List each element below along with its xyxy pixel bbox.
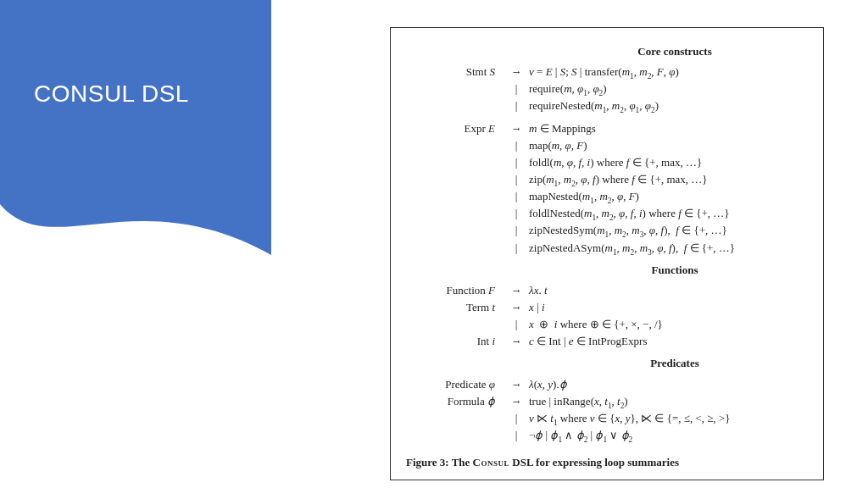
expr-row-2: foldl(m, φ, f, i) where f ∈ {+, max, …} [529, 154, 808, 171]
term-row-0: x | i [529, 299, 808, 316]
wave-bottom [0, 204, 271, 272]
pipe-icon: | [504, 427, 529, 444]
predicate-rhs: λ(x, y).ϕ [529, 376, 808, 393]
pipe-icon: | [504, 316, 529, 333]
arrow-icon: → [504, 282, 529, 299]
formula-row-2: ¬ϕ | ϕ1 ∧ ϕ2 | ϕ1 ∨ ϕ2 [529, 427, 808, 444]
pipe-icon: | [504, 205, 529, 222]
grammar-stmt: Stmt S → v = E | S; S | transfer(m1, m2,… [406, 64, 808, 114]
pipe-icon: | [504, 80, 529, 97]
grammar-function: Function F → λx. t Term t → x | i | x ⊕ … [406, 282, 808, 351]
predicate-lhs: Predicate φ [445, 378, 495, 391]
pipe-icon: | [504, 171, 529, 188]
sidebar-shape [0, 0, 271, 271]
expr-row-7: zipNestedASym(m1, m2, m3, φ, f), f ∈ {+,… [529, 240, 808, 257]
section-predicates: Predicates [542, 355, 808, 372]
grammar-expr: Expr E → m ∈ Mappings | map(m, φ, F) | f… [406, 120, 808, 257]
function-lhs: Function F [447, 284, 495, 297]
arrow-icon: → [504, 333, 529, 350]
term-lhs: Term t [466, 301, 495, 313]
expr-row-4: mapNested(m1, m2, φ, F) [529, 188, 808, 205]
expr-row-0: m ∈ Mappings [529, 120, 808, 137]
pipe-icon: | [504, 97, 529, 114]
section-functions: Functions [542, 262, 808, 279]
stmt-row-2: requireNested(m1, m2, φ1, φ2) [529, 97, 808, 114]
formula-row-1: v ⋉ t1 where v ∈ {x, y}, ⋉ ∈ {=, ≤, <, ≥… [529, 410, 808, 427]
pipe-icon: | [504, 188, 529, 205]
pipe-icon: | [504, 410, 529, 427]
figure-box: Core constructs Stmt S → v = E | S; S | … [390, 27, 824, 480]
arrow-icon: → [504, 393, 529, 410]
stmt-row-1: require(m, φ1, φ2) [529, 80, 808, 97]
expr-lhs: Expr E [465, 122, 495, 135]
stmt-row-0: v = E | S; S | transfer(m1, m2, F, φ) [529, 64, 808, 80]
figure-caption: Figure 3: The Consul DSL for expressing … [406, 454, 808, 471]
stmt-lhs: Stmt S [466, 65, 495, 78]
pipe-icon: | [504, 154, 529, 171]
expr-row-5: foldlNested(m1, m2, φ, f, i) where f ∈ {… [529, 205, 808, 222]
arrow-icon: → [504, 120, 529, 137]
int-lhs: Int i [477, 335, 495, 347]
formula-row-0: true | inRange(x, t1, t2) [529, 393, 808, 410]
expr-row-3: zip(m1, m2, φ, f) where f ∈ {+, max, …} [529, 171, 808, 188]
arrow-icon: → [504, 64, 529, 80]
arrow-icon: → [504, 299, 529, 316]
function-rhs: λx. t [529, 282, 808, 299]
expr-row-6: zipNestedSym(m1, m2, m3, φ, f), f ∈ {+, … [529, 222, 808, 239]
section-core: Core constructs [542, 43, 808, 60]
formula-lhs: Formula ϕ [448, 395, 495, 408]
pipe-icon: | [504, 222, 529, 239]
arrow-icon: → [504, 376, 529, 393]
slide-title: CONSUL DSL [34, 80, 189, 108]
expr-row-1: map(m, φ, F) [529, 137, 808, 154]
term-row-1: x ⊕ i where ⊕ ∈ {+, ×, −, /} [529, 316, 808, 333]
pipe-icon: | [504, 240, 529, 257]
grammar-predicate: Predicate φ → λ(x, y).ϕ Formula ϕ → true… [406, 376, 808, 445]
pipe-icon: | [504, 137, 529, 154]
int-rhs: c ∈ Int | e ∈ IntProgExprs [529, 333, 808, 350]
